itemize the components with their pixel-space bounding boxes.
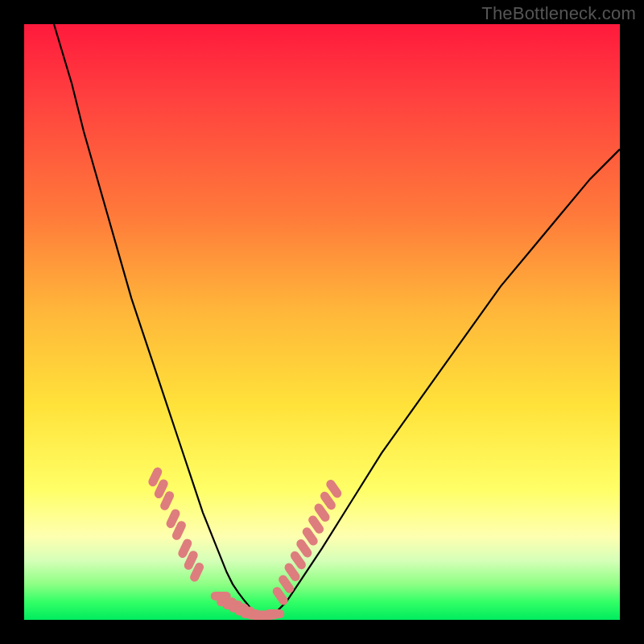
chart-frame: TheBottleneck.com bbox=[0, 0, 644, 644]
marker-dot bbox=[295, 555, 301, 564]
marker-dot bbox=[319, 508, 325, 517]
bottleneck-curve bbox=[54, 24, 620, 617]
marker-dot bbox=[313, 520, 320, 529]
marker-dot bbox=[324, 496, 331, 505]
marker-dot bbox=[277, 592, 283, 601]
marker-dot bbox=[159, 484, 163, 494]
marker-dot bbox=[188, 555, 193, 566]
marker-dot bbox=[283, 580, 290, 588]
marker-dot bbox=[171, 514, 175, 524]
marker-dot bbox=[195, 568, 200, 578]
marker-dot bbox=[331, 485, 337, 493]
marker-dot bbox=[176, 526, 181, 536]
marker-group bbox=[153, 472, 337, 617]
marker-dot bbox=[301, 544, 308, 553]
plot-area bbox=[24, 24, 620, 620]
watermark-text: TheBottleneck.com bbox=[481, 3, 636, 24]
marker-dot bbox=[165, 496, 170, 506]
marker-dot bbox=[289, 568, 295, 576]
marker-dot bbox=[183, 543, 188, 554]
marker-dot bbox=[153, 472, 158, 482]
marker-dot bbox=[307, 532, 313, 541]
chart-svg bbox=[24, 24, 620, 620]
